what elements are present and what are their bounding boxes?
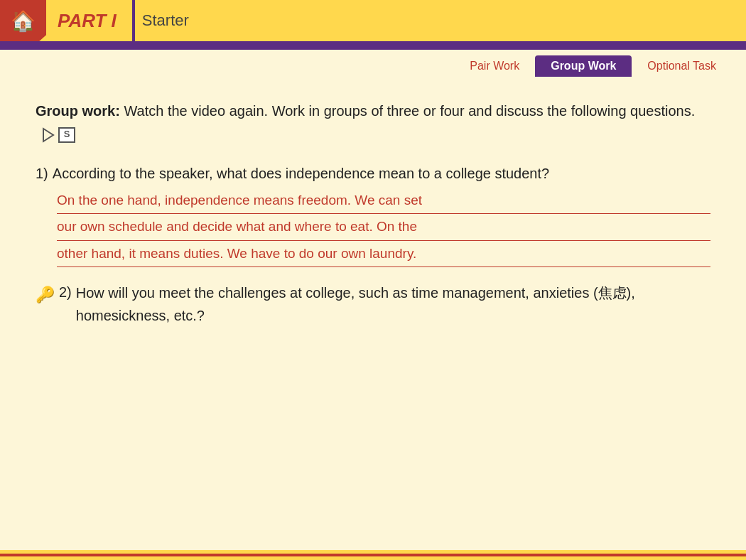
q1-number: 1) — [36, 162, 48, 185]
main-content: Group work: Watch the video again. Work … — [0, 80, 746, 341]
q1-answer-line3: other hand, it means duties. We have to … — [57, 242, 710, 267]
intro-bold: Group work: — [36, 103, 120, 119]
intro-text: Watch the video again. Work in groups of… — [120, 103, 695, 119]
home-icon: 🏠 — [11, 9, 36, 33]
q2-num: 2) — [59, 281, 72, 303]
home-button[interactable]: 🏠 — [0, 0, 46, 41]
q1-answer: On the one hand, independence means free… — [36, 189, 710, 267]
header: 🏠 PART I Starter — [0, 0, 746, 41]
q1-answer-line2: our own schedule and decide what and whe… — [57, 215, 710, 240]
header-divider — [132, 0, 135, 41]
part-label: PART I — [46, 0, 125, 41]
tab-optional-task[interactable]: Optional Task — [632, 55, 732, 77]
tab-group-work[interactable]: Group Work — [535, 55, 632, 77]
starter-label: Starter — [142, 0, 189, 41]
bottom-bar-inner — [0, 554, 746, 556]
q2-text: How will you meet the challenges at coll… — [76, 281, 710, 327]
intro-paragraph: Group work: Watch the video again. Work … — [36, 99, 710, 145]
play-icon — [40, 126, 57, 144]
q1-answer-line1: On the one hand, independence means free… — [57, 189, 710, 214]
question-2: 🔑 2) How will you meet the challenges at… — [36, 281, 710, 327]
video-icons[interactable]: S — [40, 126, 75, 144]
q1-text: According to the speaker, what does inde… — [53, 162, 549, 185]
question-1-row: 1) According to the speaker, what does i… — [36, 162, 710, 185]
tab-pair-work[interactable]: Pair Work — [454, 55, 535, 77]
svg-marker-0 — [43, 129, 53, 141]
bottom-bar — [0, 550, 746, 560]
subtitles-icon: S — [58, 127, 75, 143]
wrench-icon: 🔑 — [36, 283, 55, 307]
purple-bar — [0, 41, 746, 50]
question-1: 1) According to the speaker, what does i… — [36, 162, 710, 267]
tabs-row: Pair Work Group Work Optional Task — [0, 50, 746, 80]
